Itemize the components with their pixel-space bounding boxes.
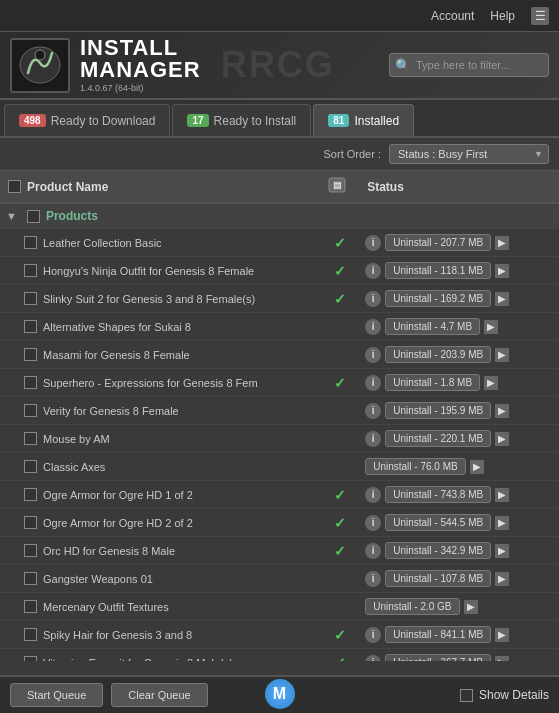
select-all-checkbox[interactable]	[8, 180, 21, 193]
check-cell-13	[320, 593, 359, 621]
row-checkbox-6[interactable]	[24, 404, 37, 417]
product-name-4: Masami for Genesis 8 Female	[43, 349, 190, 361]
uninstall-button-8[interactable]: Uninstall - 76.0 MB	[365, 458, 465, 475]
uninstall-button-10[interactable]: Uninstall - 544.5 MB	[385, 514, 491, 531]
arrow-button-0[interactable]: ▶	[495, 236, 509, 250]
table-row: Classic Axes Uninstall - 76.0 MB ▶	[0, 453, 559, 481]
row-checkbox-5[interactable]	[24, 376, 37, 389]
arrow-button-4[interactable]: ▶	[495, 348, 509, 362]
row-checkbox-2[interactable]	[24, 292, 37, 305]
uninstall-button-7[interactable]: Uninstall - 220.1 MB	[385, 430, 491, 447]
uninstall-button-15[interactable]: Uninstall - 367.7 MB	[385, 654, 491, 661]
row-checkbox-10[interactable]	[24, 516, 37, 529]
table-row: Masami for Genesis 8 Female i Uninstall …	[0, 341, 559, 369]
uninstall-button-6[interactable]: Uninstall - 195.9 MB	[385, 402, 491, 419]
info-button-10[interactable]: i	[365, 515, 381, 531]
table-row: Mouse by AM i Uninstall - 220.1 MB ▶	[0, 425, 559, 453]
uninstall-button-9[interactable]: Uninstall - 743.8 MB	[385, 486, 491, 503]
clear-queue-button[interactable]: Clear Queue	[111, 683, 207, 707]
product-name-cell-12: Gangster Weapons 01	[0, 565, 320, 593]
row-checkbox-14[interactable]	[24, 628, 37, 641]
product-name-14: Spiky Hair for Genesis 3 and 8	[43, 629, 192, 641]
full-status-cell-15: i Uninstall - 367.7 MB ▶	[359, 649, 539, 662]
info-button-1[interactable]: i	[365, 263, 381, 279]
uninstall-button-2[interactable]: Uninstall - 169.2 MB	[385, 290, 491, 307]
arrow-button-7[interactable]: ▶	[495, 432, 509, 446]
row-checkbox-13[interactable]	[24, 600, 37, 613]
full-status-cell-3: i Uninstall - 4.7 MB ▶	[359, 313, 539, 341]
uninstall-button-13[interactable]: Uninstall - 2.0 GB	[365, 598, 459, 615]
uninstall-button-14[interactable]: Uninstall - 841.1 MB	[385, 626, 491, 643]
uninstall-button-4[interactable]: Uninstall - 203.9 MB	[385, 346, 491, 363]
uninstall-button-0[interactable]: Uninstall - 207.7 MB	[385, 234, 491, 251]
sort-select[interactable]: Status : Busy First Name: A-Z Name: Z-A …	[389, 144, 549, 164]
arrow-button-9[interactable]: ▶	[495, 488, 509, 502]
info-button-9[interactable]: i	[365, 487, 381, 503]
tab-installed[interactable]: 81 Installed	[313, 104, 414, 136]
info-button-12[interactable]: i	[365, 571, 381, 587]
row-checkbox-8[interactable]	[24, 460, 37, 473]
group-checkbox[interactable]	[27, 210, 40, 223]
rrcg-watermark: RRCG	[221, 44, 335, 86]
group-collapse-icon[interactable]: ▼	[6, 210, 17, 222]
arrow-button-14[interactable]: ▶	[495, 628, 509, 642]
arrow-button-2[interactable]: ▶	[495, 292, 509, 306]
info-button-14[interactable]: i	[365, 627, 381, 643]
svg-point-1	[35, 50, 45, 60]
help-link[interactable]: Help	[490, 9, 515, 23]
row-checkbox-15[interactable]	[24, 656, 37, 661]
arrow-button-15[interactable]: ▶	[495, 656, 509, 662]
row-checkbox-12[interactable]	[24, 572, 37, 585]
info-button-5[interactable]: i	[365, 375, 381, 391]
arrow-button-12[interactable]: ▶	[495, 572, 509, 586]
bottom-left-buttons: Start Queue Clear Queue	[10, 683, 208, 707]
tab-ready-install[interactable]: 17 Ready to Install	[172, 104, 311, 136]
arrow-button-8[interactable]: ▶	[470, 460, 484, 474]
product-name-6: Verity for Genesis 8 Female	[43, 405, 179, 417]
check-icon-9: ✓	[334, 487, 346, 503]
row-checkbox-3[interactable]	[24, 320, 37, 333]
tab-ready-download[interactable]: 498 Ready to Download	[4, 104, 170, 136]
info-button-15[interactable]: i	[365, 655, 381, 662]
uninstall-button-5[interactable]: Uninstall - 1.8 MB	[385, 374, 480, 391]
row-checkbox-4[interactable]	[24, 348, 37, 361]
show-details-checkbox[interactable]	[460, 689, 473, 702]
arrow-button-11[interactable]: ▶	[495, 544, 509, 558]
account-link[interactable]: Account	[431, 9, 474, 23]
info-button-7[interactable]: i	[365, 431, 381, 447]
arrow-button-5[interactable]: ▶	[484, 376, 498, 390]
arrow-button-13[interactable]: ▶	[464, 600, 478, 614]
arrow-button-6[interactable]: ▶	[495, 404, 509, 418]
info-button-6[interactable]: i	[365, 403, 381, 419]
uninstall-button-1[interactable]: Uninstall - 118.1 MB	[385, 262, 491, 279]
product-table: Product Name ▤ Status ▼ Pro	[0, 171, 559, 661]
check-cell-0: ✓	[320, 229, 359, 257]
uninstall-button-12[interactable]: Uninstall - 107.8 MB	[385, 570, 491, 587]
uninstall-button-3[interactable]: Uninstall - 4.7 MB	[385, 318, 480, 335]
row-checkbox-0[interactable]	[24, 236, 37, 249]
row-checkbox-11[interactable]	[24, 544, 37, 557]
logo-image	[10, 38, 70, 93]
arrow-button-10[interactable]: ▶	[495, 516, 509, 530]
check-cell-10: ✓	[320, 509, 359, 537]
row-checkbox-9[interactable]	[24, 488, 37, 501]
search-input[interactable]	[389, 53, 549, 77]
install-badge: 17	[187, 114, 208, 127]
start-queue-button[interactable]: Start Queue	[10, 683, 103, 707]
product-name-13: Mercenary Outfit Textures	[43, 601, 169, 613]
row-checkbox-1[interactable]	[24, 264, 37, 277]
menu-icon[interactable]: ☰	[531, 7, 549, 25]
info-button-2[interactable]: i	[365, 291, 381, 307]
row-checkbox-7[interactable]	[24, 432, 37, 445]
info-button-4[interactable]: i	[365, 347, 381, 363]
show-details-label[interactable]: Show Details	[479, 688, 549, 702]
info-button-3[interactable]: i	[365, 319, 381, 335]
arrow-button-1[interactable]: ▶	[495, 264, 509, 278]
info-button-0[interactable]: i	[365, 235, 381, 251]
info-button-11[interactable]: i	[365, 543, 381, 559]
check-cell-6	[320, 397, 359, 425]
uninstall-button-11[interactable]: Uninstall - 342.9 MB	[385, 542, 491, 559]
arrow-button-3[interactable]: ▶	[484, 320, 498, 334]
logo-title: INSTALLMANAGER	[80, 37, 201, 81]
check-cell-14: ✓	[320, 621, 359, 649]
